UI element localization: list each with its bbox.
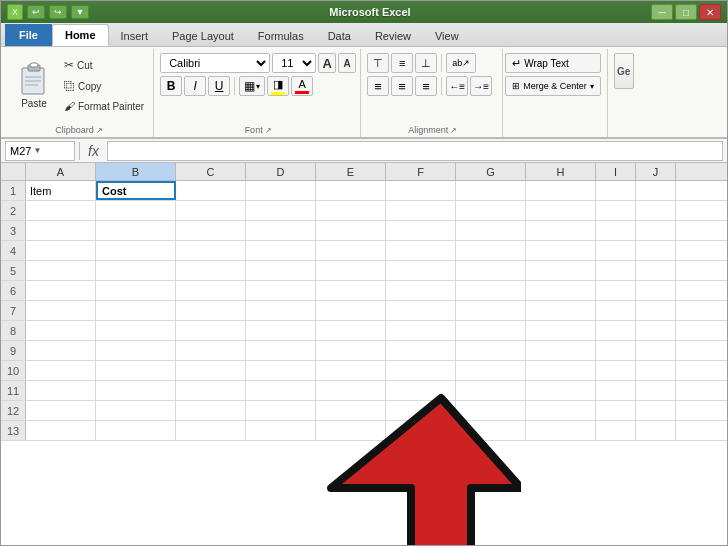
list-item[interactable] [316,281,386,300]
italic-button[interactable]: I [184,76,206,96]
list-item[interactable] [456,401,526,420]
list-item[interactable] [636,421,676,440]
list-item[interactable] [526,281,596,300]
list-item[interactable] [96,341,176,360]
list-item[interactable] [176,201,246,220]
list-item[interactable] [246,401,316,420]
list-item[interactable] [26,421,96,440]
decrease-indent-button[interactable]: ←≡ [446,76,468,96]
list-item[interactable] [636,321,676,340]
align-bottom-button[interactable]: ⊥ [415,53,437,73]
fill-color-button[interactable]: ◨ [267,76,289,96]
list-item[interactable] [246,341,316,360]
list-item[interactable] [456,361,526,380]
list-item[interactable] [176,361,246,380]
list-item[interactable] [636,341,676,360]
copy-button[interactable]: ⿻ Copy [59,77,149,95]
list-item[interactable] [596,241,636,260]
list-item[interactable] [456,221,526,240]
list-item[interactable] [316,361,386,380]
merge-center-button[interactable]: ⊞ Merge & Center ▾ [505,76,601,96]
list-item[interactable] [526,221,596,240]
alignment-expand-icon[interactable]: ↗ [450,126,457,135]
list-item[interactable] [636,381,676,400]
list-item[interactable] [386,201,456,220]
list-item[interactable] [386,361,456,380]
maximize-button[interactable]: □ [675,4,697,20]
tab-page-layout[interactable]: Page Layout [160,26,246,46]
list-item[interactable] [636,301,676,320]
list-item[interactable] [26,281,96,300]
list-item[interactable] [456,341,526,360]
list-item[interactable] [636,201,676,220]
list-item[interactable] [316,421,386,440]
list-item[interactable] [386,301,456,320]
font-color-button[interactable]: A [291,76,313,96]
list-item[interactable] [636,261,676,280]
font-size-select[interactable]: 11 [272,53,316,73]
list-item[interactable] [96,421,176,440]
list-item[interactable] [26,201,96,220]
list-item[interactable] [596,301,636,320]
list-item[interactable] [96,321,176,340]
list-item[interactable] [176,281,246,300]
tab-insert[interactable]: Insert [109,26,161,46]
list-item[interactable] [96,401,176,420]
customize-qat-button[interactable]: ▼ [71,5,89,19]
bold-button[interactable]: B [160,76,182,96]
list-item[interactable] [526,401,596,420]
increase-font-size-button[interactable]: A [318,53,336,73]
list-item[interactable] [456,421,526,440]
list-item[interactable] [176,301,246,320]
list-item[interactable] [176,321,246,340]
list-item[interactable] [456,281,526,300]
tab-review[interactable]: Review [363,26,423,46]
list-item[interactable] [386,321,456,340]
list-item[interactable] [456,261,526,280]
align-left-button[interactable]: ≡ [367,76,389,96]
list-item[interactable] [386,221,456,240]
list-item[interactable] [176,221,246,240]
minimize-button[interactable]: ─ [651,4,673,20]
list-item[interactable] [596,221,636,240]
list-item[interactable] [456,321,526,340]
fx-button[interactable]: fx [84,143,103,159]
list-item[interactable] [96,281,176,300]
list-item[interactable] [386,401,456,420]
list-item[interactable] [526,261,596,280]
list-item[interactable] [246,281,316,300]
list-item[interactable] [26,361,96,380]
increase-indent-button[interactable]: →≡ [470,76,492,96]
list-item[interactable] [316,381,386,400]
list-item[interactable] [636,361,676,380]
list-item[interactable] [246,261,316,280]
paste-button[interactable]: Paste [9,53,59,115]
tab-home[interactable]: Home [52,24,109,46]
list-item[interactable] [596,201,636,220]
list-item[interactable] [96,361,176,380]
cut-button[interactable]: ✂ Cut [59,55,149,75]
list-item[interactable] [26,301,96,320]
col-header-h[interactable]: H [526,163,596,180]
list-item[interactable] [526,341,596,360]
font-expand-icon[interactable]: ↗ [265,126,272,135]
align-right-button[interactable]: ≡ [415,76,437,96]
general-format-button[interactable]: Ge [614,53,634,89]
list-item[interactable] [176,401,246,420]
tab-file[interactable]: File [5,24,52,46]
align-center-button[interactable]: ≡ [391,76,413,96]
list-item[interactable] [596,341,636,360]
list-item[interactable] [26,381,96,400]
list-item[interactable]: Item [26,181,96,200]
cell-ref-dropdown-icon[interactable]: ▼ [33,146,41,155]
list-item[interactable] [596,281,636,300]
list-item[interactable] [316,241,386,260]
list-item[interactable] [246,181,316,200]
list-item[interactable] [246,221,316,240]
list-item[interactable] [596,381,636,400]
list-item[interactable] [96,221,176,240]
align-top-button[interactable]: ⊤ [367,53,389,73]
list-item[interactable] [26,321,96,340]
list-item[interactable] [636,181,676,200]
list-item[interactable] [176,181,246,200]
